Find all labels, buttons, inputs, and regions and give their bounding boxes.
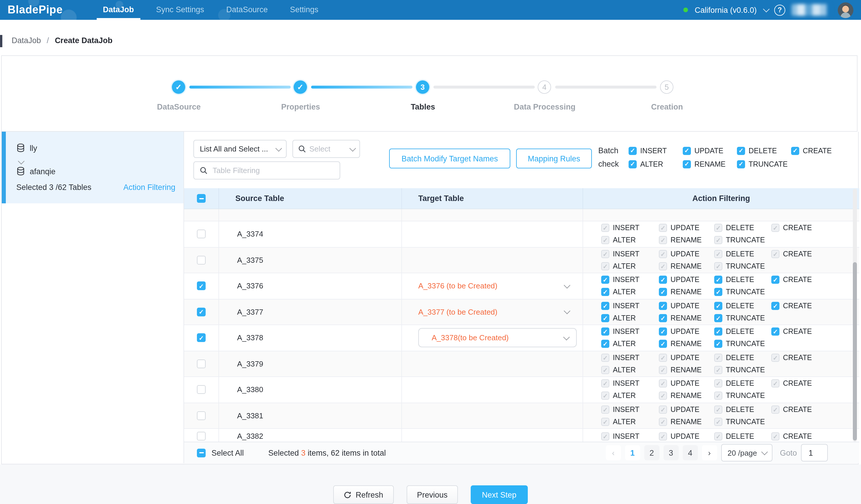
action-checkbox-alter[interactable] <box>629 160 637 168</box>
column-select[interactable]: Select <box>292 140 360 158</box>
row-checkbox[interactable] <box>197 282 206 290</box>
nav-item-datajob[interactable]: DataJob <box>92 0 145 20</box>
target-table-select[interactable]: A_3378(to be Created) <box>418 328 577 348</box>
target-table-name[interactable]: A_3377 (to be Created) <box>418 308 497 316</box>
action-checkbox-alter[interactable] <box>601 340 609 348</box>
action-checkbox-label: CREATE <box>783 250 812 258</box>
step-circle-datasource: ✓ <box>172 80 185 94</box>
refresh-button[interactable]: Refresh <box>333 485 394 504</box>
breadcrumb-separator: / <box>47 36 49 45</box>
action-checkbox-label: RENAME <box>670 392 702 400</box>
action-option-rename: RENAME <box>659 236 714 244</box>
action-checkbox-insert[interactable] <box>629 147 637 155</box>
action-checkbox-rename[interactable] <box>659 288 667 296</box>
top-nav: BladePipe DataJob Sync Settings DataSour… <box>0 0 861 20</box>
action-option-delete: DELETE <box>714 302 771 310</box>
action-checkbox-insert[interactable] <box>601 276 609 284</box>
action-checkbox-alter[interactable] <box>601 314 609 322</box>
nav-item-sync-settings[interactable]: Sync Settings <box>145 0 215 20</box>
select-all-footer-checkbox[interactable] <box>197 448 206 457</box>
action-checkbox-rename[interactable] <box>659 340 667 348</box>
action-checkbox-rename[interactable] <box>659 314 667 322</box>
nav-item-datasource[interactable]: DataSource <box>215 0 279 20</box>
help-icon[interactable]: ? <box>774 4 785 15</box>
previous-button[interactable]: Previous <box>406 485 458 504</box>
action-checkbox-delete[interactable] <box>714 276 722 284</box>
row-checkbox[interactable] <box>197 385 206 394</box>
action-checkbox-update[interactable] <box>659 276 667 284</box>
action-checkbox-create[interactable] <box>771 302 779 310</box>
action-option-alter: ALTER <box>601 418 659 426</box>
action-option-insert: INSERT <box>601 328 659 336</box>
content-wrapper: lly afanqie Selected 3 /62 Tables Action… <box>1 132 859 464</box>
action-checkbox-truncate[interactable] <box>714 288 722 296</box>
action-checkbox-label: DELETE <box>726 224 754 232</box>
action-checkbox-update[interactable] <box>683 147 691 155</box>
pagination-next-button[interactable]: › <box>702 445 717 460</box>
username-redacted <box>792 4 831 16</box>
row-checkbox[interactable] <box>197 432 206 440</box>
row-checkbox[interactable] <box>197 230 206 239</box>
scrollbar-thumb[interactable] <box>853 262 857 440</box>
breadcrumb-parent[interactable]: DataJob <box>12 36 41 45</box>
table-filter-input[interactable] <box>211 165 334 175</box>
action-checkbox-alter[interactable] <box>601 288 609 296</box>
pagination-page-4[interactable]: 4 <box>682 445 698 460</box>
action-checkbox-update[interactable] <box>659 328 667 336</box>
goto-page-input[interactable] <box>801 444 828 462</box>
env-selector-label[interactable]: California (v0.6.0) <box>695 5 757 14</box>
action-checkbox-delete[interactable] <box>714 328 722 336</box>
pagination-prev-button[interactable]: ‹ <box>605 445 621 460</box>
step-label-datasource: DataSource <box>132 103 226 111</box>
action-filtering-link[interactable]: Action Filtering <box>123 183 175 192</box>
nav-item-settings[interactable]: Settings <box>279 0 329 20</box>
source-endpoint-name: lly <box>30 144 37 152</box>
action-checkbox-create[interactable] <box>771 328 779 336</box>
select-all-header-checkbox[interactable] <box>197 194 206 203</box>
app-root: BladePipe DataJob Sync Settings DataSour… <box>0 0 861 504</box>
action-checkbox-insert[interactable] <box>601 328 609 336</box>
breadcrumb: DataJob / Create DataJob <box>12 36 112 45</box>
database-icon <box>16 167 25 176</box>
next-step-button[interactable]: Next Step <box>471 485 528 504</box>
action-checkbox-update[interactable] <box>659 302 667 310</box>
action-option-insert: INSERT <box>601 302 659 310</box>
list-mode-select[interactable]: List All and Select ... <box>193 140 287 158</box>
action-checkbox-insert[interactable] <box>601 302 609 310</box>
page-size-select[interactable]: 20 /page <box>721 444 772 462</box>
pagination-page-1[interactable]: 1 <box>625 445 640 460</box>
step-circle-data-processing: 4 <box>538 80 551 94</box>
action-checkbox-label: DELETE <box>726 328 754 336</box>
action-checkbox-truncate[interactable] <box>714 340 722 348</box>
avatar[interactable] <box>838 2 853 18</box>
chevron-down-icon[interactable] <box>763 6 770 13</box>
select-all-label: Select All <box>211 448 244 457</box>
mapping-rules-button[interactable]: Mapping Rules <box>516 149 592 168</box>
action-option-create: CREATE <box>771 276 859 284</box>
pagination-page-2[interactable]: 2 <box>644 445 659 460</box>
row-checkbox[interactable] <box>197 359 206 368</box>
row-checkbox[interactable] <box>197 411 206 420</box>
row-checkbox[interactable] <box>197 308 206 316</box>
nav-menu: DataJob Sync Settings DataSource Setting… <box>92 0 329 20</box>
action-checkbox-delete[interactable] <box>714 302 722 310</box>
action-checkbox-truncate[interactable] <box>714 314 722 322</box>
action-checkbox-truncate[interactable] <box>737 160 745 168</box>
action-checkbox-rename <box>659 262 667 270</box>
action-checkbox-delete[interactable] <box>737 147 745 155</box>
action-option-insert: INSERT <box>601 276 659 284</box>
action-checkbox-create[interactable] <box>771 276 779 284</box>
action-checkbox-rename[interactable] <box>683 160 691 168</box>
target-table-name[interactable]: A_3376 (to be Created) <box>418 282 497 290</box>
batch-modify-target-names-button[interactable]: Batch Modify Target Names <box>389 149 510 168</box>
action-option-create: CREATE <box>771 328 859 336</box>
row-checkbox[interactable] <box>197 333 206 342</box>
row-checkbox[interactable] <box>197 256 206 264</box>
action-option-delete: DELETE <box>714 328 771 336</box>
action-checkbox-create[interactable] <box>791 147 799 155</box>
batch-check-label-line2: check <box>598 160 629 168</box>
source-table-name: A_3379 <box>237 359 263 368</box>
pagination-page-3[interactable]: 3 <box>663 445 678 460</box>
action-checkbox-alter <box>601 236 609 244</box>
action-option-truncate: TRUNCATE <box>714 340 771 348</box>
